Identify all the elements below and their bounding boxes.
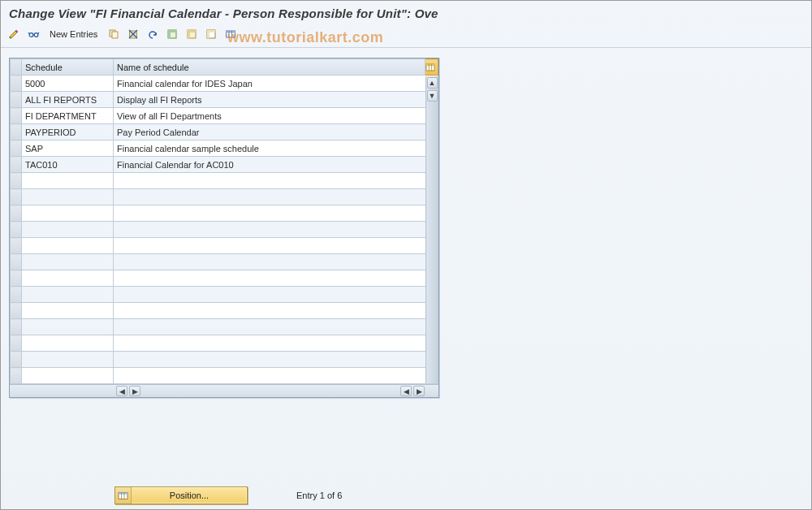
schedule-cell[interactable] [22,319,114,335]
schedule-cell[interactable]: 5000 [22,76,114,92]
row-selector[interactable] [11,352,22,368]
row-selector[interactable] [11,140,22,157]
select-block-button[interactable] [184,26,200,42]
row-selector[interactable] [11,157,22,173]
schedule-cell[interactable] [22,270,114,287]
schedule-cell[interactable]: FI DEPARTMENT [22,108,114,124]
schedule-name-cell[interactable] [114,352,438,368]
row-selector[interactable] [11,319,22,335]
schedule-cell[interactable] [22,335,114,352]
row-selector[interactable] [11,173,22,189]
schedule-name-cell[interactable] [114,254,438,270]
table-row[interactable] [11,303,438,319]
select-all-rows-corner[interactable] [11,59,22,76]
row-selector[interactable] [11,303,22,319]
schedule-cell[interactable]: TAC010 [22,157,114,173]
table-row[interactable]: ALL FI REPORTSDisplay all FI Reports [11,92,438,108]
table-settings-button[interactable] [222,26,239,42]
table-row[interactable] [11,189,438,205]
undo-button[interactable] [145,26,161,42]
table-row[interactable] [11,368,438,384]
new-entries-button[interactable]: New Entries [45,26,102,42]
table-row[interactable] [11,352,438,368]
row-selector[interactable] [11,108,22,124]
table-row[interactable]: TAC010Financial Calendar for AC010 [11,157,438,173]
row-selector[interactable] [11,335,22,352]
schedule-cell[interactable] [22,189,114,205]
table-config-corner-button[interactable] [425,59,438,76]
delete-button[interactable] [125,26,141,42]
scroll-right-button[interactable]: ▶ [413,386,425,396]
row-selector[interactable] [11,270,22,287]
scroll-left-button[interactable]: ◀ [116,386,127,396]
table-row[interactable] [11,319,438,335]
schedule-name-cell[interactable]: Financial Calendar for AC010 [114,157,438,173]
vertical-scrollbar[interactable]: ▲ ▼ [425,76,438,383]
scroll-right-inner-button[interactable]: ▶ [129,386,140,396]
table-row[interactable]: SAPFinancial calendar sample schedule [11,140,438,157]
schedule-name-cell[interactable] [114,270,438,287]
table-row[interactable]: FI DEPARTMENTView of all FI Departments [11,108,438,124]
scroll-down-button[interactable]: ▼ [427,90,438,102]
table-row[interactable] [11,335,438,352]
schedule-cell[interactable] [22,368,114,384]
schedule-name-cell[interactable] [114,368,438,384]
row-selector[interactable] [11,222,22,238]
schedule-cell[interactable] [22,303,114,319]
deselect-all-button[interactable] [203,26,219,42]
schedule-name-cell[interactable]: View of all FI Departments [114,108,438,124]
schedule-name-cell[interactable] [114,189,438,205]
schedule-name-cell[interactable]: Display all FI Reports [114,92,438,108]
svg-point-0 [29,33,33,37]
schedule-cell[interactable]: ALL FI REPORTS [22,92,114,108]
schedule-cell[interactable] [22,238,114,254]
schedule-cell[interactable] [22,173,114,189]
schedule-cell[interactable]: SAP [22,140,114,157]
schedule-name-cell[interactable] [114,319,438,335]
table-row[interactable] [11,238,438,254]
other-view-button[interactable] [25,26,41,42]
schedule-name-cell[interactable] [114,287,438,303]
row-selector[interactable] [11,368,22,384]
schedule-name-cell[interactable] [114,303,438,319]
row-selector[interactable] [11,238,22,254]
copy-as-button[interactable] [106,26,122,42]
row-selector[interactable] [11,189,22,205]
schedule-cell[interactable] [22,205,114,222]
schedule-name-cell[interactable]: Financial calendar for IDES Japan [114,76,438,92]
table-row[interactable]: PAYPERIODPay Period Calendar [11,124,438,140]
row-selector[interactable] [11,205,22,222]
row-selector[interactable] [11,76,22,92]
table-row[interactable] [11,287,438,303]
schedule-name-cell[interactable] [114,335,438,352]
col-header-schedule[interactable]: Schedule [22,59,114,76]
schedule-cell[interactable] [22,254,114,270]
schedule-name-cell[interactable] [114,205,438,222]
row-selector[interactable] [11,92,22,108]
schedule-name-cell[interactable] [114,222,438,238]
horizontal-scrollbar[interactable]: ◀ ▶ ◀ ▶ [10,384,438,397]
scroll-left-end-button[interactable]: ◀ [400,386,412,396]
schedule-name-cell[interactable] [114,238,438,254]
table-row[interactable] [11,173,438,189]
table-row[interactable] [11,254,438,270]
col-header-name[interactable]: Name of schedule [114,59,425,76]
schedule-name-cell[interactable]: Pay Period Calendar [114,124,438,140]
scroll-up-button[interactable]: ▲ [427,77,438,89]
row-selector[interactable] [11,254,22,270]
row-selector[interactable] [11,287,22,303]
schedule-name-cell[interactable] [114,173,438,189]
row-selector[interactable] [11,124,22,140]
schedule-cell[interactable] [22,222,114,238]
toggle-change-button[interactable] [6,26,22,42]
table-row[interactable] [11,270,438,287]
schedule-name-cell[interactable]: Financial calendar sample schedule [114,140,438,157]
table-row[interactable] [11,222,438,238]
table-row[interactable] [11,205,438,222]
schedule-cell[interactable] [22,287,114,303]
schedule-cell[interactable]: PAYPERIOD [22,124,114,140]
table-row[interactable]: 5000Financial calendar for IDES Japan [11,76,438,92]
position-button[interactable]: Position... [114,486,248,504]
select-all-button[interactable] [164,26,180,42]
schedule-cell[interactable] [22,352,114,368]
